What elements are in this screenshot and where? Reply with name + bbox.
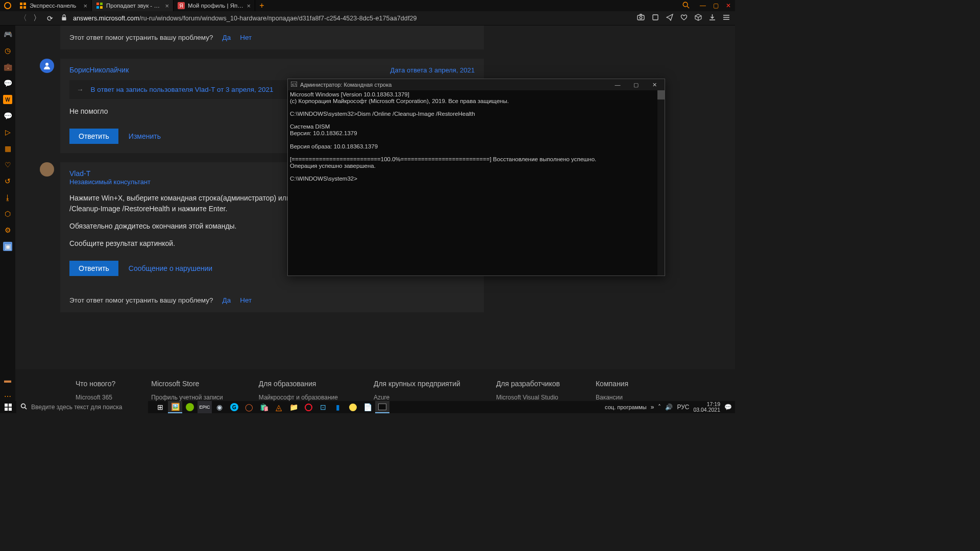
avatar[interactable] xyxy=(40,162,54,177)
username-link[interactable]: БорисНиколайчик xyxy=(69,66,129,74)
more-icon[interactable]: ⋯ xyxy=(3,392,12,401)
app-store[interactable]: 🛍️ xyxy=(257,401,271,413)
helpful-no[interactable]: Нет xyxy=(240,296,252,304)
footer-link[interactable]: Вакансии xyxy=(596,394,628,401)
search-icon[interactable] xyxy=(682,2,690,10)
footer-link[interactable]: Azure xyxy=(374,394,460,401)
svg-rect-2 xyxy=(20,6,22,9)
tab-3[interactable]: Я Мой профиль | Япикс × xyxy=(174,0,255,11)
app-origin[interactable]: ◯ xyxy=(242,401,256,413)
app-settings[interactable]: ⊡ xyxy=(316,401,330,413)
clock[interactable]: 17:1903.04.2021 xyxy=(693,402,720,413)
reply-button[interactable]: Ответить xyxy=(69,261,118,276)
vk-icon[interactable]: W xyxy=(3,95,12,104)
footer-heading: Для крупных предприятий xyxy=(374,380,460,388)
send-icon[interactable] xyxy=(666,14,673,22)
cmd-title-text: Администратор: Командная строка xyxy=(300,82,391,88)
username-link[interactable]: Vlad-T xyxy=(69,169,151,178)
heart-icon[interactable] xyxy=(680,14,688,22)
footer-link[interactable]: Профиль учетной записи xyxy=(151,394,223,401)
maximize-icon[interactable]: ▢ xyxy=(713,2,719,9)
page-footer: Что нового?Microsoft 365 Microsoft Store… xyxy=(15,369,735,401)
screenshot-icon[interactable] xyxy=(637,14,645,22)
footer-link[interactable]: Microsoft Visual Studio xyxy=(496,394,560,401)
history-icon[interactable]: ↺ xyxy=(3,177,12,186)
app-phone[interactable]: ▮ xyxy=(331,401,345,413)
app-cmd[interactable] xyxy=(375,401,389,413)
clock-icon[interactable]: ◷ xyxy=(3,46,12,55)
grid-icon[interactable]: ▦ xyxy=(3,144,12,153)
forward-button[interactable]: 〉 xyxy=(33,13,41,23)
helpful-text: Этот ответ помог устранить вашу проблему… xyxy=(69,34,213,41)
app-opera[interactable] xyxy=(301,401,315,413)
new-tab-button[interactable]: + xyxy=(255,0,268,11)
app-steam[interactable]: ◉ xyxy=(212,401,227,413)
reply-button[interactable]: Ответить xyxy=(69,129,118,144)
app-utorrent[interactable] xyxy=(183,401,197,413)
menu-icon[interactable] xyxy=(723,14,730,22)
gamepad-icon[interactable]: 🎮 xyxy=(3,30,12,39)
taskbar-search[interactable]: Введите здесь текст для поиска xyxy=(16,401,148,413)
taskview-icon[interactable]: ⊞ xyxy=(153,401,167,413)
svg-rect-10 xyxy=(62,17,66,20)
briefcase-icon[interactable]: 💼 xyxy=(3,62,12,71)
helpful-yes[interactable]: Да xyxy=(222,296,231,304)
app-logitech[interactable]: G xyxy=(227,401,241,413)
app-avast[interactable]: ◬ xyxy=(272,401,286,413)
discord-icon[interactable]: 💬 xyxy=(3,111,12,120)
play-icon[interactable]: ▷ xyxy=(3,128,12,137)
tray-text[interactable]: соц. программы xyxy=(605,404,647,410)
close-icon[interactable]: × xyxy=(83,2,87,10)
svg-text:c:\: c:\ xyxy=(292,82,297,87)
edit-link[interactable]: Изменить xyxy=(129,132,161,140)
cmd-output[interactable]: Microsoft Windows [Version 10.0.18363.13… xyxy=(288,90,665,276)
start-button[interactable] xyxy=(0,404,16,411)
close-icon[interactable]: × xyxy=(247,2,251,10)
tab-1[interactable]: Экспресс-панель × xyxy=(15,0,92,11)
report-link[interactable]: Сообщение о нарушении xyxy=(129,264,212,272)
opera-logo[interactable] xyxy=(0,2,15,9)
back-button[interactable]: 〈 xyxy=(19,13,27,23)
terminal-icon[interactable]: ▬ xyxy=(3,375,12,385)
reload-button[interactable]: ⟳ xyxy=(47,14,53,22)
cmd-titlebar[interactable]: c:\ Администратор: Командная строка — ▢ … xyxy=(288,79,665,90)
footer-link[interactable]: Microsoft 365 xyxy=(76,394,115,401)
notifications-icon[interactable]: 💬 xyxy=(724,404,732,411)
twitch-icon[interactable]: 💬 xyxy=(3,79,12,88)
chevron-up-icon[interactable]: ˄ xyxy=(658,404,661,411)
helpful-no[interactable]: Нет xyxy=(240,34,252,41)
app-explorer[interactable]: 📁 xyxy=(286,401,301,413)
gear-icon[interactable]: ⚙ xyxy=(3,226,12,235)
package-icon[interactable]: ⬡ xyxy=(3,209,12,218)
app-yandex[interactable] xyxy=(346,401,360,413)
minimize-icon[interactable]: — xyxy=(608,79,627,90)
heart-icon[interactable]: ♡ xyxy=(3,160,12,169)
tray-expand-icon[interactable]: » xyxy=(651,404,654,411)
tab-2[interactable]: Пропадает звук - Сообщ… × xyxy=(92,0,174,11)
lang-indicator[interactable]: РУС xyxy=(677,404,689,411)
close-window-icon[interactable]: ✕ xyxy=(726,2,731,9)
minimize-icon[interactable]: — xyxy=(700,2,706,9)
extension-icon[interactable] xyxy=(652,14,659,22)
cmd-scrollbar[interactable] xyxy=(657,90,665,276)
close-icon[interactable]: ✕ xyxy=(645,79,664,90)
close-icon[interactable]: × xyxy=(165,2,169,10)
app-icon[interactable]: ▣ xyxy=(3,242,12,251)
download-icon[interactable] xyxy=(709,14,716,22)
tab-label: Пропадает звук - Сообщ… xyxy=(106,3,163,9)
helpful-yes[interactable]: Да xyxy=(222,34,231,41)
maximize-icon[interactable]: ▢ xyxy=(627,79,645,90)
app-paint[interactable]: 🖼️ xyxy=(168,401,182,413)
cube-icon[interactable] xyxy=(695,14,702,22)
lock-icon[interactable] xyxy=(61,14,67,22)
download-icon[interactable]: ⭳ xyxy=(3,193,12,202)
volume-icon[interactable]: 🔊 xyxy=(665,404,673,411)
url-text[interactable]: answers.microsoft.com/ru-ru/windows/foru… xyxy=(73,15,631,22)
footer-link[interactable]: Майкрософт и образование xyxy=(259,394,338,401)
microsoft-icon xyxy=(96,2,103,9)
app-notepad[interactable]: 📄 xyxy=(360,401,375,413)
avatar[interactable] xyxy=(40,59,54,73)
app-epic[interactable]: EPIC xyxy=(198,401,212,413)
svg-rect-20 xyxy=(5,404,8,407)
cmd-window[interactable]: c:\ Администратор: Командная строка — ▢ … xyxy=(287,79,665,276)
